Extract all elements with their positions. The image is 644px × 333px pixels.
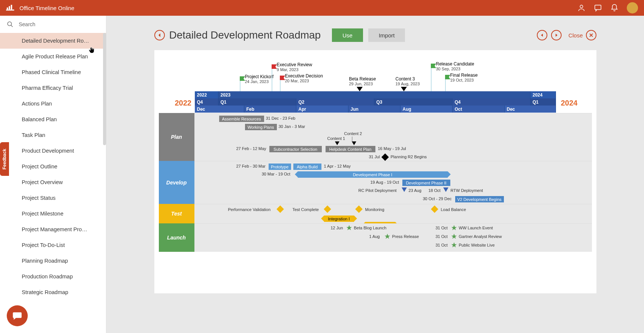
sidebar: Search Detailed Development Ro… Agile Pr… <box>0 16 106 333</box>
lane-head: Launch <box>159 223 194 252</box>
sidebar-item[interactable]: Strategic Roadmap <box>0 284 106 300</box>
lane-head: Develop <box>159 161 194 204</box>
sidebar-item[interactable]: Task Plan <box>0 127 106 143</box>
sidebar-item[interactable]: Product Development <box>0 143 106 159</box>
user-icon[interactable] <box>577 4 586 12</box>
feedback-label: Feedback <box>2 149 7 169</box>
milestone-flag: Beta Release 29 Jun, 2023 <box>349 76 376 86</box>
diamond-marker <box>431 205 438 213</box>
scrollbar[interactable] <box>103 33 106 145</box>
page-title: Detailed Development Roadmap <box>169 29 321 41</box>
milestone-flag: Release Candidate 30 Sep, 2023 <box>431 64 432 91</box>
task-bar: Working Plans <box>245 124 277 130</box>
sidebar-item[interactable]: Production Roadmap <box>0 269 106 284</box>
milestone-flag: Content 3 19 Aug, 2023 <box>396 76 420 86</box>
triangle-marker <box>352 141 356 145</box>
use-button[interactable]: Use <box>332 28 363 42</box>
task-bar: Prototype <box>269 164 291 170</box>
svg-rect-5 <box>595 5 601 10</box>
task-bar: Integration I <box>324 216 354 222</box>
sidebar-item[interactable]: Project Milestone <box>0 206 106 222</box>
next-button[interactable] <box>551 30 562 40</box>
timeband: 2022 2023 2024 Q4 Q1 Q2 Q3 Q4 Q1 Dec Feb… <box>195 91 556 113</box>
sidebar-item[interactable]: Project To-Do-List <box>0 237 106 253</box>
milestone-flag: Final Release 19 Oct, 2023 <box>445 75 446 91</box>
sidebar-item[interactable]: Project Overview <box>0 174 106 190</box>
sidebar-item[interactable]: Project Outline <box>0 159 106 174</box>
task-bar: V2 Development Begins <box>455 196 504 202</box>
feedback-tab[interactable]: Feedback <box>0 142 9 176</box>
lane-launch: Launch 12 Jun Beta Blog Launch 1 Aug Pre… <box>159 223 592 252</box>
avatar[interactable] <box>627 2 638 13</box>
task-bar: Development Phase I <box>298 171 448 178</box>
detail-header: Detailed Development Roadmap Use Import … <box>154 16 596 50</box>
diamond-marker <box>381 153 389 161</box>
search-icon <box>7 21 13 28</box>
lane-test: Test Performance Validation Test Complet… <box>159 204 592 223</box>
swimlanes: Plan Assemble Resources 31 Dec - 23 Feb … <box>159 113 592 252</box>
triangle-marker <box>335 141 339 145</box>
year-end: 2024 <box>561 99 578 107</box>
sidebar-item[interactable]: Project Management Pro… <box>0 222 106 237</box>
svg-point-6 <box>7 22 12 26</box>
star-icon <box>451 233 457 240</box>
close-button[interactable] <box>586 30 596 40</box>
sidebar-item[interactable]: Phased Clinical Timeline <box>0 64 106 80</box>
comment-icon[interactable] <box>594 4 602 12</box>
app-title: Office Timeline Online <box>19 5 569 11</box>
star-icon <box>384 233 391 240</box>
milestone-flag: Project Kickoff 24 Jan, 2023 <box>240 76 241 91</box>
close-label[interactable]: Close <box>568 32 583 39</box>
logo-icon <box>6 4 14 11</box>
lane-plan: Plan Assemble Resources 31 Dec - 23 Feb … <box>159 113 592 161</box>
milestone-flag: Executive Decision 20 Mar, 2023 <box>280 76 281 91</box>
bell-icon[interactable] <box>610 4 619 12</box>
import-button[interactable]: Import <box>368 28 405 42</box>
search-placeholder: Search <box>19 21 35 27</box>
svg-rect-1 <box>7 7 8 9</box>
diamond-marker <box>276 205 284 213</box>
star-icon <box>451 242 457 248</box>
svg-rect-3 <box>11 5 12 10</box>
task-bar: Helpdesk Content Plan <box>326 146 375 152</box>
diamond-marker <box>355 205 363 213</box>
svg-line-7 <box>11 25 13 27</box>
sidebar-item[interactable]: Pharma Efficacy Trial <box>0 80 106 96</box>
sidebar-item[interactable]: Detailed Development Ro… <box>0 33 106 49</box>
chat-bubble[interactable] <box>7 305 28 326</box>
chat-icon <box>12 311 22 321</box>
lane-head: Test <box>159 204 194 223</box>
sidebar-item[interactable]: Balanced Plan <box>0 111 106 127</box>
year-start: 2022 <box>175 99 192 107</box>
lane-head: Plan <box>159 113 194 161</box>
lane-develop: Develop 27 Feb - 30 Mar Prototype Alpha … <box>159 161 592 204</box>
triangle-marker <box>443 187 448 192</box>
main-area: Detailed Development Roadmap Use Import … <box>106 16 644 333</box>
star-icon <box>346 224 353 231</box>
prev-button[interactable] <box>537 30 547 40</box>
top-bar: Office Timeline Online <box>0 0 644 16</box>
cursor-hand-icon <box>88 47 95 54</box>
milestone-flag: Executive Review 9 Mar, 2023 <box>272 64 272 91</box>
star-icon <box>451 224 457 231</box>
svg-point-4 <box>580 5 583 8</box>
sidebar-item[interactable]: Planning Roadmap <box>0 253 106 269</box>
back-button[interactable] <box>154 30 165 40</box>
search-input[interactable]: Search <box>0 16 106 33</box>
sidebar-item[interactable]: Actions Plan <box>0 96 106 111</box>
timeline-preview: 2022 2024 Project Kickoff 24 Jan, 2023 E… <box>154 50 596 293</box>
task-bar: Development Phase II <box>402 180 450 186</box>
triangle-marker <box>402 187 407 192</box>
task-bar: Assemble Resources <box>219 116 264 122</box>
diamond-marker <box>324 205 331 213</box>
svg-rect-0 <box>6 10 14 11</box>
sidebar-item[interactable]: Project Status <box>0 190 106 206</box>
task-bar: Alpha Build <box>293 164 321 170</box>
task-bar: Subcontractor Selection <box>269 146 322 152</box>
svg-rect-2 <box>9 6 10 10</box>
